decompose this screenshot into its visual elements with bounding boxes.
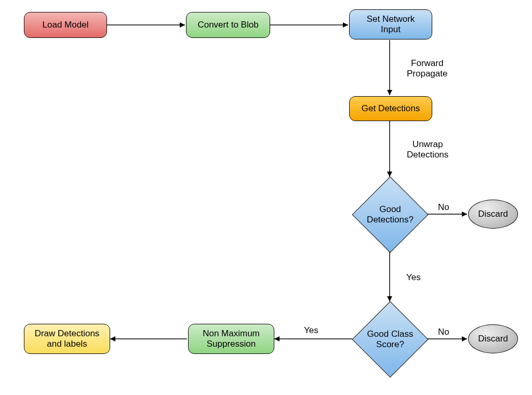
node-set-network-input: Set Network Input bbox=[349, 9, 432, 40]
name-label: Good Class Score? bbox=[367, 329, 414, 350]
text-line: Good Class bbox=[367, 329, 414, 339]
edge-label-unwrap-detections: Unwrap Detections bbox=[407, 139, 448, 161]
node-label: Convert to Blob bbox=[197, 20, 258, 30]
node-label: Set Network Input bbox=[367, 14, 415, 35]
text-line: Draw Detections bbox=[35, 328, 100, 338]
node-discard-1: Discard bbox=[468, 200, 518, 229]
node-convert-to-blob: Convert to Blob bbox=[186, 12, 270, 38]
text-line: Detections? bbox=[367, 215, 414, 225]
node-label: Load Model bbox=[43, 20, 89, 30]
edge-label-forward-propagate: Forward Propagate bbox=[407, 58, 447, 80]
node-discard-2: Discard bbox=[468, 324, 518, 353]
text-line: Set Network bbox=[367, 14, 415, 24]
text-line: Unwrap bbox=[413, 139, 443, 149]
node-non-maximum-suppression: Non Maximum Suppression bbox=[188, 324, 274, 354]
node-label: Non Maximum Suppression bbox=[203, 328, 260, 350]
text-line: Propagate bbox=[407, 69, 447, 78]
node-good-detections: Good Detections? bbox=[352, 176, 428, 253]
text-line: Suppression bbox=[207, 339, 256, 349]
flowchart-canvas: Load Model Convert to Blob Set Network I… bbox=[0, 0, 532, 395]
edge-label-no: No bbox=[438, 202, 449, 213]
edge-label-no: No bbox=[438, 327, 449, 337]
node-draw-detections: Draw Detections and labels bbox=[24, 324, 110, 354]
text-line: Non Maximum bbox=[203, 328, 260, 338]
edge-label-yes: Yes bbox=[406, 272, 421, 283]
node-label: Good Detections? bbox=[367, 204, 414, 226]
text-line: Detections bbox=[407, 150, 448, 160]
node-label: Get Detections bbox=[362, 103, 420, 114]
text-line: Input bbox=[381, 24, 401, 34]
text-line: Forward bbox=[411, 58, 443, 68]
text-line: Good bbox=[379, 204, 401, 214]
node-get-detections: Get Detections bbox=[349, 96, 432, 121]
node-good-class-score: Good Class Score? bbox=[352, 301, 428, 377]
text-line: Score? bbox=[376, 339, 404, 349]
edge-label-yes: Yes bbox=[304, 325, 318, 336]
node-load-model: Load Model bbox=[24, 12, 107, 38]
text-line: and labels bbox=[47, 339, 87, 349]
node-label: Discard bbox=[478, 334, 508, 344]
node-label: Draw Detections and labels bbox=[35, 328, 100, 350]
node-label: Discard bbox=[478, 209, 508, 219]
